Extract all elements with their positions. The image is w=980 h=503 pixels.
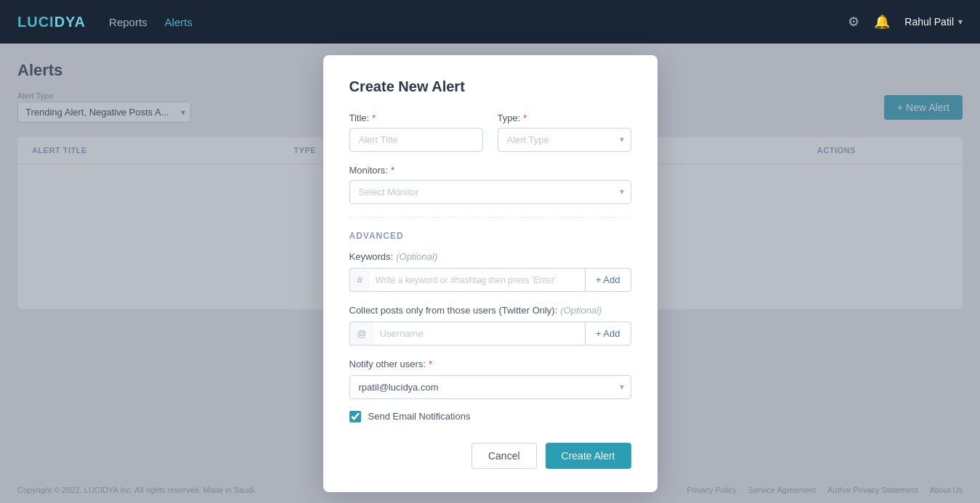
monitors-dropdown[interactable]: Select Monitor [349,180,631,204]
notify-required: * [429,359,432,369]
type-select-wrapper: Alert Type ▾ [498,128,631,152]
modal-title: Create New Alert [349,78,631,95]
username-at-prefix: @ [349,322,374,345]
notify-label: Notify other users: * [349,359,631,369]
navbar-right: ⚙ 🔔 Rahul Patil ▾ [848,14,963,30]
type-required: * [523,113,527,123]
notify-select-wrapper: rpatil@lucidya.com ▾ [349,375,631,399]
create-alert-button[interactable]: Create Alert [546,443,631,469]
monitors-group: Monitors: * Select Monitor ▾ [349,165,631,204]
user-chevron-icon: ▾ [958,17,963,27]
nav-reports[interactable]: Reports [109,16,147,28]
monitors-label: Monitors: * [349,165,631,176]
advanced-label: ADVANCED [349,231,631,241]
alert-type-dropdown[interactable]: Alert Type [498,128,631,152]
notify-users-dropdown[interactable]: rpatil@lucidya.com [349,375,631,399]
user-menu[interactable]: Rahul Patil ▾ [904,16,963,28]
modal-overlay: Create New Alert Title: * Type: * [0,44,980,503]
cancel-button[interactable]: Cancel [471,443,537,469]
title-label: Title: * [349,113,483,123]
divider [349,217,631,218]
send-email-label[interactable]: Send Email Notifications [368,411,471,422]
monitors-select-wrapper: Select Monitor ▾ [349,180,631,204]
logo: LUCIDYA [17,14,86,30]
modal-footer: Cancel Create Alert [349,443,631,469]
username-row: @ + Add [349,322,631,345]
title-group: Title: * [349,113,483,152]
title-required: * [372,113,376,123]
nav-links: Reports Alerts [109,16,193,28]
nav-alerts[interactable]: Alerts [165,16,193,28]
settings-icon[interactable]: ⚙ [848,14,859,30]
type-group: Type: * Alert Type ▾ [498,113,631,152]
keywords-optional: (Optional) [396,251,437,262]
user-name: Rahul Patil [904,16,954,28]
username-add-button[interactable]: + Add [585,322,631,345]
main-content: Alerts Alert Type Trending Alert, Negati… [0,44,980,503]
collect-optional: (Optional) [560,305,602,316]
create-alert-modal: Create New Alert Title: * Type: * [323,55,657,492]
alert-title-input[interactable] [349,128,483,152]
keywords-input[interactable] [370,268,585,292]
keywords-add-button[interactable]: + Add [585,268,631,292]
send-email-row: Send Email Notifications [349,411,631,422]
title-type-row: Title: * Type: * Alert Type ▾ [349,113,631,152]
monitors-required: * [391,165,394,176]
keyword-hash-prefix: # [349,268,370,292]
monitors-row: Monitors: * Select Monitor ▾ [349,165,631,204]
bell-icon[interactable]: 🔔 [874,14,890,30]
username-input[interactable] [374,322,585,345]
send-email-checkbox[interactable] [349,411,361,422]
type-label: Type: * [498,113,631,123]
keywords-row: # + Add [349,268,631,292]
keywords-label: Keywords: (Optional) [349,251,631,262]
collect-label: Collect posts only from those users (Twi… [349,305,631,316]
navbar: LUCIDYA Reports Alerts ⚙ 🔔 Rahul Patil ▾ [0,0,980,44]
